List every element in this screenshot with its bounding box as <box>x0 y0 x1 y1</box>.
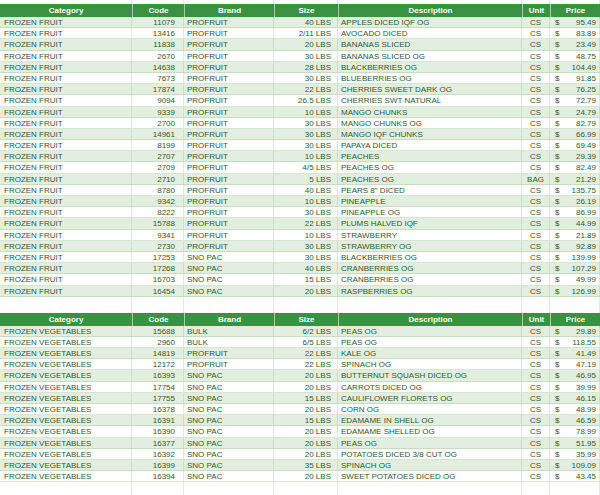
cell-unit[interactable]: CS <box>522 426 550 437</box>
cell-unit[interactable]: CS <box>522 162 550 173</box>
cell-code[interactable]: 14819 <box>132 348 184 359</box>
cell-description[interactable]: BANANAS SLICED <box>338 39 522 50</box>
cell-size[interactable]: 6/2 LBS <box>274 326 338 337</box>
cell-brand[interactable]: PROFRUIT <box>184 185 274 196</box>
cell-brand[interactable]: PROFRUIT <box>184 359 274 370</box>
cell-price[interactable]: $49.99 <box>550 274 600 285</box>
cell-price[interactable]: $39.99 <box>550 382 600 393</box>
cell-category[interactable]: FROZEN FRUIT <box>0 73 132 84</box>
cell-price[interactable]: $104.49 <box>550 62 600 73</box>
cell-price[interactable]: $91.85 <box>550 73 600 84</box>
cell-size[interactable]: 15 LBS <box>274 274 338 285</box>
cell-category[interactable]: FROZEN VEGETABLES <box>0 326 132 337</box>
cell-unit[interactable]: CS <box>522 359 550 370</box>
cell-category[interactable]: FROZEN VEGETABLES <box>0 426 132 437</box>
cell-code[interactable]: 16391 <box>132 415 184 426</box>
cell-category[interactable]: FROZEN FRUIT <box>0 39 132 50</box>
cell-category[interactable]: FROZEN FRUIT <box>0 196 132 207</box>
cell-code[interactable]: 8199 <box>132 140 184 151</box>
cell-brand[interactable]: PROFRUIT <box>184 348 274 359</box>
cell-category[interactable]: FROZEN VEGETABLES <box>0 382 132 393</box>
cell-description[interactable]: KALE OG <box>338 348 522 359</box>
cell-code[interactable]: 8780 <box>132 185 184 196</box>
cell-price[interactable]: $92.89 <box>550 241 600 252</box>
cell-code[interactable]: 16392 <box>132 449 184 460</box>
cell-code[interactable]: 9342 <box>132 196 184 207</box>
cell-price[interactable]: $107.29 <box>550 263 600 274</box>
cell-unit[interactable]: CS <box>522 382 550 393</box>
cell-unit[interactable]: CS <box>522 28 550 39</box>
cell-brand[interactable]: PROFRUIT <box>184 107 274 118</box>
cell-description[interactable]: SPINACH OG <box>338 359 522 370</box>
column-header-code[interactable]: Code <box>132 313 184 326</box>
cell-size[interactable]: 26.5 LBS <box>274 95 338 106</box>
cell-size[interactable]: 28 LBS <box>274 62 338 73</box>
cell-description[interactable]: BLACKBERRIES OG <box>338 252 522 263</box>
cell-description[interactable]: PINEAPPLE <box>338 196 522 207</box>
cell-code[interactable]: 2707 <box>132 151 184 162</box>
cell-size[interactable]: 40 LBS <box>274 185 338 196</box>
cell-size[interactable]: 22 LBS <box>274 84 338 95</box>
cell-description[interactable]: CORN OG <box>338 404 522 415</box>
cell-category[interactable]: FROZEN FRUIT <box>0 274 132 285</box>
cell-size[interactable]: 30 LBS <box>274 129 338 140</box>
cell-size[interactable]: 20 LBS <box>274 39 338 50</box>
cell-unit[interactable]: CS <box>522 471 550 482</box>
cell-brand[interactable]: PROFRUIT <box>184 39 274 50</box>
column-header-description[interactable]: Description <box>338 4 522 17</box>
cell-description[interactable]: CRANBERRIES OG <box>338 274 522 285</box>
cell-price[interactable]: $21.29 <box>550 174 600 185</box>
cell-size[interactable]: 5 LBS <box>274 174 338 185</box>
column-header-brand[interactable]: Brand <box>184 313 274 326</box>
cell-brand[interactable]: SNO PAC <box>184 460 274 471</box>
cell-price[interactable]: $82.79 <box>550 118 600 129</box>
cell-size[interactable]: 20 LBS <box>274 471 338 482</box>
cell-brand[interactable]: SNO PAC <box>184 382 274 393</box>
cell-unit[interactable]: CS <box>522 348 550 359</box>
cell-category[interactable]: FROZEN FRUIT <box>0 28 132 39</box>
cell-size[interactable]: 22 LBS <box>274 348 338 359</box>
cell-price[interactable]: $47.19 <box>550 359 600 370</box>
cell-size[interactable]: 10 LBS <box>274 107 338 118</box>
cell-code[interactable]: 2700 <box>132 118 184 129</box>
cell-size[interactable]: 22 LBS <box>274 218 338 229</box>
cell-description[interactable]: MANGO CHUNKS OG <box>338 118 522 129</box>
cell-price[interactable]: $24.79 <box>550 107 600 118</box>
cell-brand[interactable]: PROFRUIT <box>184 174 274 185</box>
cell-category[interactable]: FROZEN VEGETABLES <box>0 449 132 460</box>
cell-price[interactable]: $29.39 <box>550 151 600 162</box>
cell-category[interactable]: FROZEN FRUIT <box>0 118 132 129</box>
cell-code[interactable]: 14638 <box>132 62 184 73</box>
cell-price[interactable]: $69.49 <box>550 140 600 151</box>
cell-category[interactable]: FROZEN VEGETABLES <box>0 337 132 348</box>
cell-brand[interactable]: PROFRUIT <box>184 51 274 62</box>
cell-description[interactable]: EDAMAME IN SHELL OG <box>338 415 522 426</box>
cell-description[interactable]: CAULIFLOWER FLORETS OG <box>338 393 522 404</box>
cell-description[interactable]: PEACHES <box>338 151 522 162</box>
cell-unit[interactable]: CS <box>522 393 550 404</box>
cell-category[interactable]: FROZEN FRUIT <box>0 241 132 252</box>
cell-description[interactable]: APPLES DICED IQF OG <box>338 17 522 28</box>
cell-code[interactable]: 16703 <box>132 274 184 285</box>
cell-unit[interactable]: CS <box>522 241 550 252</box>
cell-unit[interactable]: CS <box>522 230 550 241</box>
cell-description[interactable]: BANANAS SLICED OG <box>338 51 522 62</box>
cell-category[interactable]: FROZEN FRUIT <box>0 62 132 73</box>
cell-size[interactable]: 30 LBS <box>274 51 338 62</box>
cell-brand[interactable]: PROFRUIT <box>184 140 274 151</box>
cell-brand[interactable]: PROFRUIT <box>184 17 274 28</box>
cell-unit[interactable]: CS <box>522 118 550 129</box>
cell-description[interactable]: PEACHES OG <box>338 162 522 173</box>
cell-size[interactable]: 10 LBS <box>274 196 338 207</box>
cell-size[interactable]: 20 LBS <box>274 382 338 393</box>
cell-size[interactable]: 20 LBS <box>274 286 338 297</box>
cell-price[interactable]: $46.95 <box>550 370 600 381</box>
cell-size[interactable]: 20 LBS <box>274 426 338 437</box>
cell-description[interactable]: PEACHES OG <box>338 174 522 185</box>
cell-code[interactable]: 11079 <box>132 17 184 28</box>
cell-description[interactable]: PEAS OG <box>338 326 522 337</box>
cell-code[interactable]: 15788 <box>132 218 184 229</box>
column-header-size[interactable]: Size <box>274 4 338 17</box>
cell-brand[interactable]: PROFRUIT <box>184 218 274 229</box>
cell-size[interactable]: 30 LBS <box>274 241 338 252</box>
